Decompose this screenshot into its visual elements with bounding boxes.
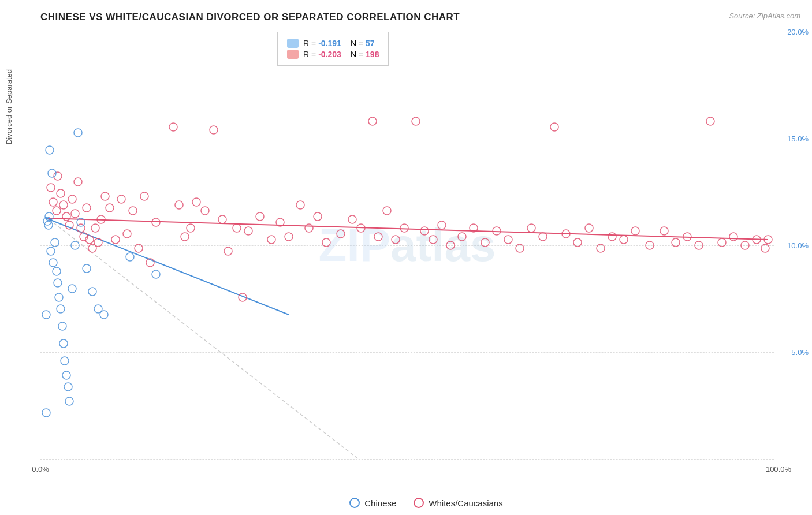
pink-dot bbox=[140, 192, 148, 200]
pink-dot bbox=[597, 244, 605, 252]
pink-dot bbox=[117, 195, 125, 203]
y-label-15: 15.0% bbox=[787, 135, 809, 143]
blue-dot bbox=[57, 305, 65, 313]
pink-dot bbox=[201, 207, 209, 215]
pink-dot bbox=[383, 207, 391, 215]
blue-dot bbox=[152, 270, 160, 278]
pink-dot bbox=[129, 207, 137, 215]
y-label-10: 10.0% bbox=[787, 241, 809, 250]
pink-dot bbox=[91, 224, 99, 232]
blue-dot bbox=[58, 322, 66, 330]
chart-title: CHINESE VS WHITE/CAUCASIAN DIVORCED OR S… bbox=[40, 12, 800, 23]
blue-dot bbox=[53, 267, 61, 275]
bottom-legend: Chinese Whites/Caucasians bbox=[40, 498, 812, 508]
pink-dot bbox=[718, 238, 726, 247]
pink-dot bbox=[233, 224, 241, 232]
pink-dot bbox=[438, 221, 446, 229]
blue-dot bbox=[42, 409, 50, 417]
blue-dot bbox=[64, 383, 72, 391]
blue-dot bbox=[83, 264, 91, 273]
pink-dot bbox=[68, 195, 76, 203]
pink-dot bbox=[706, 117, 714, 125]
pink-dot bbox=[539, 233, 547, 241]
pink-dot bbox=[400, 224, 408, 232]
pink-dot bbox=[101, 192, 109, 200]
pink-dot bbox=[322, 238, 330, 247]
pink-dot bbox=[695, 241, 703, 249]
legend-dot-caucasians bbox=[414, 498, 424, 508]
legend-label-caucasians: Whites/Caucasians bbox=[429, 498, 502, 508]
pink-dot bbox=[305, 224, 313, 232]
chart-container: CHINESE VS WHITE/CAUCASIAN DIVORCED OR S… bbox=[0, 0, 812, 515]
pink-dot bbox=[74, 178, 82, 186]
reference-line bbox=[49, 219, 370, 459]
pink-dot bbox=[446, 241, 455, 249]
legend-caucasians: Whites/Caucasians bbox=[414, 498, 502, 508]
pink-dot bbox=[729, 233, 737, 241]
pink-dot bbox=[210, 126, 218, 134]
pink-dot bbox=[111, 236, 120, 244]
pink-dot bbox=[504, 236, 512, 244]
pink-dot bbox=[169, 123, 177, 131]
pink-dot bbox=[53, 207, 61, 215]
pink-dot bbox=[550, 123, 558, 131]
pink-dot bbox=[218, 215, 226, 223]
blue-dot bbox=[126, 253, 134, 261]
pink-dot bbox=[585, 224, 593, 232]
blue-dot bbox=[100, 311, 108, 319]
x-label-0: 0.0% bbox=[32, 465, 49, 473]
pink-dot bbox=[337, 230, 345, 238]
blue-dot bbox=[46, 146, 54, 154]
pink-dot bbox=[761, 244, 769, 252]
blue-dot bbox=[47, 247, 55, 255]
legend-dot-chinese bbox=[349, 498, 360, 508]
pink-dot bbox=[314, 212, 322, 221]
pink-dot bbox=[516, 244, 524, 252]
source-label: Source: ZipAtlas.com bbox=[729, 12, 800, 20]
blue-dot bbox=[54, 279, 62, 287]
pink-regression-line bbox=[46, 218, 768, 240]
pink-dot bbox=[527, 224, 535, 232]
pink-dot bbox=[285, 233, 293, 241]
pink-dot bbox=[106, 204, 114, 212]
pink-dot bbox=[631, 227, 639, 235]
pink-dot bbox=[348, 215, 356, 223]
blue-dot bbox=[68, 285, 76, 293]
pink-dot bbox=[429, 236, 437, 244]
legend-label-chinese: Chinese bbox=[364, 498, 396, 508]
pink-dot bbox=[256, 212, 264, 221]
plot-area: 20.0% 15.0% 10.0% 5.0% 0.0% 100.0% ZIPat… bbox=[40, 32, 774, 459]
y-label-5: 5.0% bbox=[791, 348, 809, 357]
pink-dot bbox=[123, 230, 131, 238]
blue-dot bbox=[71, 241, 79, 249]
legend-chinese: Chinese bbox=[349, 498, 396, 508]
pink-dot bbox=[672, 238, 680, 247]
pink-dot bbox=[458, 233, 466, 241]
pink-dot bbox=[175, 201, 183, 209]
plot-svg bbox=[40, 32, 774, 459]
pink-dot bbox=[181, 233, 189, 241]
blue-dot bbox=[65, 397, 73, 405]
pink-dot bbox=[608, 233, 616, 241]
pink-dot bbox=[59, 201, 68, 209]
pink-dot bbox=[646, 241, 654, 249]
pink-dot bbox=[412, 117, 420, 125]
pink-dot bbox=[420, 227, 429, 235]
pink-dot bbox=[296, 201, 304, 209]
y-axis-label: Divorced or Separated bbox=[5, 69, 13, 144]
blue-dot bbox=[59, 339, 68, 348]
blue-dot bbox=[88, 288, 96, 296]
pink-dot bbox=[224, 247, 232, 255]
pink-dot bbox=[741, 241, 749, 249]
pink-dot bbox=[392, 236, 400, 244]
pink-dot bbox=[244, 227, 252, 235]
blue-dot bbox=[51, 238, 59, 247]
x-label-100: 100.0% bbox=[766, 465, 791, 473]
blue-dot bbox=[42, 311, 50, 319]
blue-dot bbox=[61, 357, 69, 365]
pink-dot bbox=[49, 198, 57, 206]
pink-dot bbox=[267, 236, 275, 244]
pink-dot bbox=[660, 227, 668, 235]
pink-dot bbox=[187, 224, 195, 232]
pink-dot bbox=[152, 218, 160, 226]
